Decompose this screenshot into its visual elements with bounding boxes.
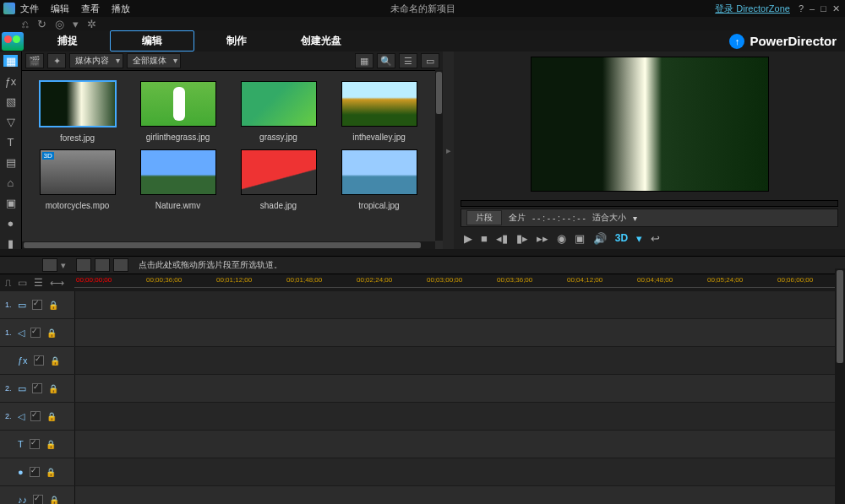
track-head[interactable]: 1.◁🔒: [0, 319, 75, 346]
thumb-grassy.jpg[interactable]: grassy.jpg: [230, 81, 327, 143]
track-lock-icon[interactable]: 🔒: [48, 301, 58, 310]
track-lock-icon[interactable]: 🔒: [48, 384, 58, 393]
fit-arrow-icon[interactable]: ▾: [633, 214, 637, 223]
3d-arrow-icon[interactable]: ▾: [636, 232, 642, 245]
room-icon-6[interactable]: ⌂: [3, 176, 18, 188]
directorzone-link[interactable]: 登录 DirectorZone: [715, 3, 790, 15]
ruler-ic4[interactable]: ⟷: [50, 277, 64, 289]
mode-movie[interactable]: 全片: [509, 212, 526, 224]
track-head[interactable]: 2.◁🔒: [0, 403, 75, 430]
splitter-h[interactable]: [0, 249, 845, 256]
fit-icon[interactable]: [42, 258, 57, 272]
content-dropdown[interactable]: 媒体内容: [69, 53, 123, 68]
track-head[interactable]: ƒx🔒: [0, 347, 75, 374]
ins-ic2[interactable]: [95, 258, 110, 272]
thumb-inthevalley.jpg[interactable]: inthevalley.jpg: [330, 81, 428, 143]
track-head[interactable]: 2.▭🔒: [0, 375, 75, 402]
view-srch-icon[interactable]: 🔍: [377, 53, 395, 68]
menu-file[interactable]: 文件: [20, 3, 39, 15]
track-body[interactable]: [75, 403, 845, 430]
lib-scroll-h[interactable]: [22, 241, 435, 249]
qt-undo-icon[interactable]: ⎌: [22, 18, 29, 30]
track-visible-check[interactable]: [32, 300, 42, 310]
mediatype-dropdown[interactable]: 全部媒体: [127, 53, 181, 68]
track-head[interactable]: T🔒: [0, 431, 75, 458]
track-lock-icon[interactable]: 🔒: [46, 440, 56, 449]
room-icon-5[interactable]: ▤: [3, 156, 18, 168]
loop-icon[interactable]: ▣: [575, 232, 585, 245]
room-icon-3[interactable]: ▽: [3, 116, 18, 127]
tab-edit[interactable]: 编辑: [110, 30, 194, 51]
fit-dropdown[interactable]: 适合大小: [592, 212, 626, 224]
track-body[interactable]: [75, 431, 845, 458]
qt-gear-icon[interactable]: ✲: [87, 18, 96, 30]
tab-capture[interactable]: 捕捉: [25, 30, 110, 51]
snapshot-icon[interactable]: ◉: [557, 232, 566, 245]
preview-seek[interactable]: [461, 200, 838, 207]
qt-disc-icon[interactable]: ◎: [55, 18, 64, 30]
thumb-Nature.wmv[interactable]: Nature.wmv: [129, 149, 226, 210]
track-head[interactable]: ♪♪🔒: [0, 486, 75, 504]
thumb-motorcycles.mpo[interactable]: motorcycles.mpo: [29, 149, 126, 210]
track-body[interactable]: [75, 319, 845, 346]
track-visible-check[interactable]: [30, 328, 41, 338]
menu-edit[interactable]: 编辑: [51, 3, 69, 15]
track-lock-icon[interactable]: 🔒: [46, 468, 56, 477]
ins-ic3[interactable]: [113, 258, 128, 272]
track-body[interactable]: [75, 347, 845, 374]
room-icon-7[interactable]: ▣: [3, 197, 18, 209]
room-icon-9[interactable]: ▮: [3, 237, 18, 249]
thumb-shade.jpg[interactable]: shade.jpg: [230, 149, 327, 210]
prevframe-icon[interactable]: ◂▮: [496, 232, 508, 245]
help-button[interactable]: ?: [799, 3, 804, 14]
thumb-tropical.jpg[interactable]: tropical.jpg: [330, 149, 428, 210]
view-grid-icon[interactable]: ▦: [355, 53, 373, 68]
track-visible-check[interactable]: [34, 355, 44, 366]
volume-icon[interactable]: 🔊: [593, 232, 607, 245]
room-icon-2[interactable]: ▧: [3, 95, 18, 107]
view-list-icon[interactable]: ☰: [399, 53, 417, 68]
fastfwd-icon[interactable]: ▸▸: [537, 232, 548, 245]
fit-arrow2-icon[interactable]: ▾: [61, 260, 66, 271]
view-opt-icon[interactable]: ▭: [421, 53, 439, 68]
stop-icon[interactable]: ■: [481, 232, 488, 245]
play-icon[interactable]: ▶: [464, 232, 472, 245]
timeline-scroll-v[interactable]: [835, 268, 845, 504]
ruler-scale[interactable]: 00;00;00;0000;00;36;0000;01;12;0000;01;4…: [74, 274, 845, 291]
menu-view[interactable]: 查看: [81, 3, 100, 15]
track-visible-check[interactable]: [33, 495, 43, 504]
ruler-ic3[interactable]: ☰: [34, 277, 43, 289]
track-lock-icon[interactable]: 🔒: [49, 496, 59, 505]
ins-ic1[interactable]: [76, 258, 91, 272]
ruler-ic1[interactable]: ⎍: [5, 277, 11, 289]
lib-scroll-v[interactable]: [435, 70, 443, 241]
qt-redo-icon[interactable]: ↻: [37, 18, 46, 30]
track-visible-check[interactable]: [32, 383, 42, 393]
import-icon[interactable]: 🎬: [25, 53, 44, 68]
nextframe-icon[interactable]: ▮▸: [516, 232, 528, 245]
popout-icon[interactable]: ↩: [651, 232, 660, 245]
mode-clip[interactable]: 片段: [466, 210, 502, 225]
track-visible-check[interactable]: [30, 467, 40, 477]
track-head[interactable]: 1.▭🔒: [0, 291, 75, 318]
room-icon-8[interactable]: ●: [3, 217, 18, 229]
track-visible-check[interactable]: [30, 411, 41, 421]
track-lock-icon[interactable]: 🔒: [50, 356, 60, 366]
ruler-ic2[interactable]: ▭: [18, 277, 27, 289]
track-visible-check[interactable]: [30, 439, 40, 449]
room-icon-4[interactable]: T: [3, 136, 18, 148]
plugin-icon[interactable]: ✦: [47, 53, 66, 68]
close-button[interactable]: ✕: [832, 3, 840, 14]
track-head[interactable]: ●🔒: [0, 458, 75, 485]
thumb-forest.jpg[interactable]: forest.jpg: [29, 81, 126, 143]
track-body[interactable]: [75, 291, 845, 318]
track-body[interactable]: [75, 458, 845, 485]
track-lock-icon[interactable]: 🔒: [46, 412, 57, 421]
tab-produce[interactable]: 制作: [194, 30, 279, 51]
thumb-girlinthegrass.jpg[interactable]: girlinthegrass.jpg: [129, 81, 226, 143]
menu-play[interactable]: 播放: [112, 3, 130, 15]
track-body[interactable]: [75, 375, 845, 402]
3d-button[interactable]: 3D: [615, 232, 628, 244]
splitter-v[interactable]: ▸: [443, 51, 454, 249]
qt-dd-icon[interactable]: ▾: [73, 18, 79, 30]
